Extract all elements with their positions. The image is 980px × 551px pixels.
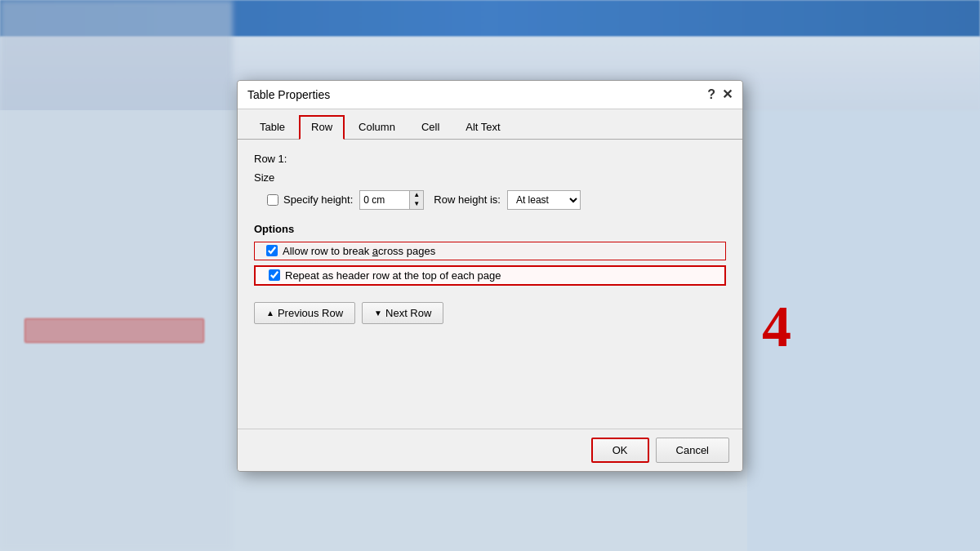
tab-table[interactable]: Table bbox=[247, 115, 297, 140]
dialog-footer: OK Cancel bbox=[238, 429, 742, 471]
option-allow-break-row: Allow row to break across pages bbox=[254, 242, 726, 260]
row-height-select[interactable]: At least Exactly bbox=[507, 190, 581, 210]
ok-button[interactable]: OK bbox=[591, 438, 649, 463]
spinner-up[interactable]: ▲ bbox=[410, 191, 423, 200]
nav-buttons-row: ▲ Previous Row ▼ Next Row bbox=[254, 302, 726, 324]
next-row-button[interactable]: ▼ Next Row bbox=[362, 302, 443, 324]
help-button[interactable]: ? bbox=[707, 87, 715, 102]
option-header-row-container: Repeat as header row at the top of each … bbox=[254, 265, 726, 286]
titlebar-controls: ? ✕ bbox=[707, 87, 733, 102]
dialog-title: Table Properties bbox=[247, 88, 330, 101]
size-row: Specify height: 0 cm ▲ ▼ Row height is: … bbox=[254, 190, 726, 210]
dialog-titlebar: Table Properties ? ✕ bbox=[238, 81, 742, 109]
allow-break-label: Allow row to break across pages bbox=[283, 245, 435, 257]
row-height-is-label: Row height is: bbox=[434, 193, 501, 206]
dialog-overlay: Table Properties ? ✕ Table Row Column Ce… bbox=[0, 0, 980, 551]
prev-arrow-icon: ▲ bbox=[266, 309, 274, 318]
previous-row-label: Previous Row bbox=[278, 307, 343, 319]
size-label: Size bbox=[254, 171, 726, 184]
table-properties-dialog: Table Properties ? ✕ Table Row Column Ce… bbox=[237, 80, 743, 472]
spinner-buttons: ▲ ▼ bbox=[409, 191, 423, 209]
header-row-checkbox[interactable] bbox=[269, 269, 280, 281]
annotation-number: 4 bbox=[762, 293, 791, 361]
previous-row-button[interactable]: ▲ Previous Row bbox=[254, 302, 355, 324]
spinner-down[interactable]: ▼ bbox=[410, 200, 423, 209]
options-title: Options bbox=[254, 223, 726, 235]
close-button[interactable]: ✕ bbox=[722, 88, 733, 101]
tab-column[interactable]: Column bbox=[346, 115, 408, 140]
header-row-label: Repeat as header row at the top of each … bbox=[285, 269, 501, 282]
cancel-button[interactable]: Cancel bbox=[656, 438, 729, 463]
height-input-group: 0 cm ▲ ▼ bbox=[359, 190, 424, 210]
allow-break-checkbox[interactable] bbox=[266, 245, 278, 256]
tab-cell[interactable]: Cell bbox=[409, 115, 452, 140]
next-row-label: Next Row bbox=[385, 307, 431, 319]
height-input[interactable]: 0 cm bbox=[360, 192, 409, 208]
dialog-tabs: Table Row Column Cell Alt Text bbox=[238, 109, 742, 140]
options-section: Options Allow row to break across pages … bbox=[254, 223, 726, 286]
row-label: Row 1: bbox=[254, 153, 726, 165]
next-arrow-icon: ▼ bbox=[374, 309, 382, 318]
specify-height-label: Specify height: bbox=[283, 193, 353, 206]
dialog-body: Row 1: Size Specify height: 0 cm ▲ ▼ bbox=[238, 140, 742, 429]
specify-height-checkbox[interactable] bbox=[267, 194, 278, 206]
tab-alt-text[interactable]: Alt Text bbox=[453, 115, 512, 140]
tab-row[interactable]: Row bbox=[299, 115, 345, 140]
specify-height-container: Specify height: bbox=[267, 193, 353, 206]
